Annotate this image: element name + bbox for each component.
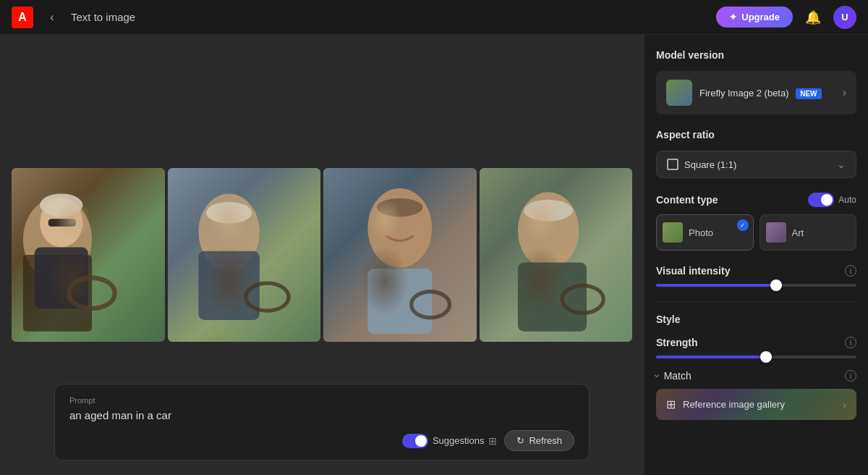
prompt-text[interactable]: an aged man in a car xyxy=(69,409,574,421)
aspect-value: Square (1:1) xyxy=(684,159,831,170)
main-layout: Prompt an aged man in a car Suggestions … xyxy=(0,35,868,475)
prompt-label: Prompt xyxy=(69,396,574,405)
strength-title: Strength xyxy=(656,337,698,348)
intensity-fill xyxy=(656,284,776,287)
aspect-chevron-icon: ⌄ xyxy=(837,159,846,170)
canvas-area: Prompt an aged man in a car Suggestions … xyxy=(0,35,644,475)
photo-thumbnail xyxy=(663,222,683,243)
art-option[interactable]: Art xyxy=(760,214,857,251)
toggle-knob xyxy=(415,435,427,447)
upgrade-label: Upgrade xyxy=(741,12,780,22)
suggestions-toggle[interactable]: Suggestions ⊞ xyxy=(402,434,498,448)
strength-slider[interactable] xyxy=(656,356,856,358)
match-title-label: Match xyxy=(664,370,692,382)
intensity-header: Visual intensity i xyxy=(656,265,856,277)
auto-knob xyxy=(821,194,833,206)
page-title: Text to image xyxy=(71,11,135,23)
strength-section: Strength i xyxy=(656,337,856,358)
topnav: A ‹ Text to image ✦ Upgrade 🔔 U xyxy=(0,0,868,35)
prompt-area: Prompt an aged man in a car Suggestions … xyxy=(54,384,590,461)
sidebar: Model version Firefly Image 2 (beta) NEW… xyxy=(644,35,868,475)
upgrade-button[interactable]: ✦ Upgrade xyxy=(716,7,793,28)
grid-icon: ⊞ xyxy=(666,398,676,411)
ref-gallery-content: ⊞ Reference image gallery › xyxy=(666,398,846,411)
generated-image-3[interactable] xyxy=(323,168,477,342)
bell-button[interactable]: 🔔 xyxy=(801,6,825,29)
match-section: › Match i ⊞ Reference image gallery › xyxy=(656,370,856,420)
photo-label: Photo xyxy=(689,227,713,238)
match-collapse[interactable]: › Match xyxy=(656,370,692,382)
generated-image-2[interactable] xyxy=(168,168,321,342)
intensity-slider[interactable] xyxy=(656,284,856,287)
auto-label: Auto xyxy=(838,195,856,205)
strength-fill xyxy=(656,356,766,358)
auto-switch[interactable] xyxy=(808,193,834,207)
aspect-ratio-selector[interactable]: Square (1:1) ⌄ xyxy=(656,151,856,178)
intensity-info-icon[interactable]: i xyxy=(845,265,856,277)
photo-option[interactable]: Photo ✓ xyxy=(656,214,754,251)
intensity-title: Visual intensity xyxy=(656,265,730,277)
content-type-header: Content type Auto xyxy=(656,193,856,207)
art-label: Art xyxy=(792,227,804,238)
generated-image-1[interactable] xyxy=(12,168,165,342)
auto-toggle[interactable]: Auto xyxy=(808,193,856,207)
model-selector[interactable]: Firefly Image 2 (beta) NEW › xyxy=(656,71,856,114)
avatar-initials: U xyxy=(841,12,848,22)
model-thumbnail xyxy=(666,80,692,106)
visual-intensity-section: Visual intensity i xyxy=(656,265,856,287)
refresh-icon: ↻ xyxy=(516,435,524,446)
upgrade-icon: ✦ xyxy=(729,12,737,22)
model-chevron-icon: › xyxy=(843,86,846,99)
prompt-actions: Suggestions ⊞ ↻ Refresh xyxy=(69,430,574,451)
strength-thumb xyxy=(760,351,772,363)
suggestions-label: Suggestions xyxy=(433,435,485,446)
aspect-section-title: Aspect ratio xyxy=(656,129,856,140)
match-chevron-icon: › xyxy=(652,374,663,378)
model-section-title: Model version xyxy=(656,49,856,61)
suggestions-expand-icon[interactable]: ⊞ xyxy=(488,435,497,447)
model-name: Firefly Image 2 (beta) NEW xyxy=(699,88,835,98)
new-badge: NEW xyxy=(796,88,821,99)
match-info-icon[interactable]: i xyxy=(845,370,856,382)
adobe-logo-icon: A xyxy=(12,7,33,28)
aspect-ratio-section: Aspect ratio Square (1:1) ⌄ xyxy=(656,129,856,178)
strength-info-icon[interactable]: i xyxy=(845,337,856,348)
refresh-button[interactable]: ↻ Refresh xyxy=(504,430,574,451)
photo-check-icon: ✓ xyxy=(737,219,749,231)
suggestions-switch[interactable] xyxy=(402,434,428,448)
bell-icon: 🔔 xyxy=(805,9,821,25)
back-button[interactable]: ‹ xyxy=(42,7,62,28)
ref-gallery-chevron-icon: › xyxy=(843,399,846,411)
square-icon xyxy=(667,159,678,170)
strength-header: Strength i xyxy=(656,337,856,348)
ref-gallery-label: Reference image gallery xyxy=(683,399,835,410)
art-thumbnail xyxy=(766,222,786,243)
style-header: Style xyxy=(656,314,856,325)
avatar[interactable]: U xyxy=(833,6,856,29)
reference-image-gallery[interactable]: ⊞ Reference image gallery › xyxy=(656,389,856,420)
refresh-label: Refresh xyxy=(529,435,562,446)
intensity-thumb xyxy=(770,279,782,291)
back-icon: ‹ xyxy=(50,11,54,24)
style-section: Style xyxy=(656,314,856,325)
match-header: › Match i xyxy=(656,370,856,382)
content-type-section: Content type Auto Photo ✓ Art xyxy=(656,193,856,251)
style-title: Style xyxy=(656,314,680,325)
divider-1 xyxy=(656,301,856,302)
generated-image-4[interactable] xyxy=(480,168,633,342)
content-type-title: Content type xyxy=(656,194,718,206)
content-type-options: Photo ✓ Art xyxy=(656,214,856,251)
